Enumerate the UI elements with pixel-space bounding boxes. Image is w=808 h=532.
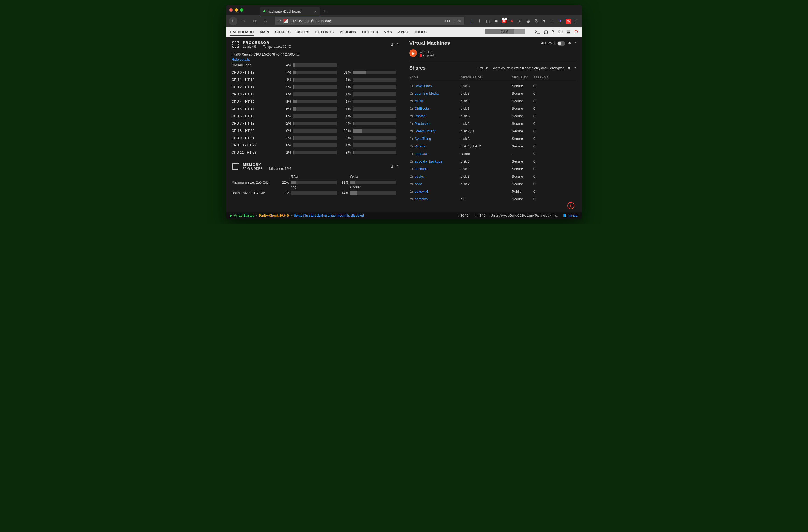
share-row: 🗀SyncThing disk 3 Secure 0 [409,135,576,142]
share-link[interactable]: books [415,175,424,179]
info-icon[interactable]: 🖵 [558,30,563,34]
share-link[interactable]: Learning Media [415,91,439,95]
nav-tools[interactable]: TOOLS [414,30,427,34]
extension-icon-8[interactable]: ✎ [566,19,571,24]
library-icon[interactable]: ⫴ [477,19,483,23]
favicon-icon [263,10,265,13]
share-link[interactable]: Music [415,99,424,103]
forward-button[interactable]: → [240,17,248,25]
close-window[interactable] [229,8,233,12]
share-link[interactable]: backups [415,167,427,171]
all-vms-label: ALL VMS [541,41,555,45]
memory-size: 32 GiB DDR3 [243,167,262,170]
extension-icon-5[interactable]: ▼ [541,19,547,23]
terminal-icon[interactable]: >_ [535,30,540,34]
reload-button[interactable]: ⟳ [250,17,259,25]
log-icon[interactable]: ≣ [567,30,570,35]
shares-proto[interactable]: SMB ▼ [477,66,488,70]
share-link[interactable]: dokuwiki [415,189,428,194]
nav-settings[interactable]: SETTINGS [315,30,334,34]
share-link[interactable]: Downloads [415,84,432,88]
share-link[interactable]: domains [415,197,428,201]
usable-size: Usable size: 31.4 GiB [232,191,280,195]
share-row: 🗀OldBooks disk 3 Secure 0 [409,105,576,112]
home-button[interactable]: ⌂ [261,17,270,25]
extension-icon-2[interactable]: ⚛ [517,19,522,24]
cpu-core-row: CPU 6 - HT 18 0% 1% [232,112,399,120]
share-link[interactable]: Photos [415,114,425,118]
memory-icon [232,163,239,170]
back-button[interactable]: ← [229,17,237,25]
share-row: 🗀appdata_backups disk 3 Secure 0 [409,158,576,165]
manual-link[interactable]: 📘 manual [563,214,578,218]
swap-status: Swap file start during array mount is di… [294,214,364,218]
parity-status: Parity-Check 19.6 % [259,214,290,218]
toolbar-icons: ↓ ⫴ ◫ ☻ ▦8 ♠ ⚛ ⊕ Ꮆ ▼ ⫼ ● ✎ ≡ [469,18,579,24]
insecure-icon[interactable] [283,19,288,23]
extension-icon-3[interactable]: ⊕ [525,19,531,24]
scroll-top-button[interactable]: ⬆ [567,202,574,209]
page-actions-icon[interactable]: ••• [445,19,451,23]
share-row: 🗀books disk 3 Secure 0 [409,172,576,180]
overall-label: Overall Load: [232,63,280,67]
share-link[interactable]: appdata [415,152,427,156]
nav-shares[interactable]: SHARES [275,30,291,34]
minimize-window[interactable] [235,8,238,12]
folder-icon: 🗀 [409,167,413,171]
overall-pct: 4% [280,63,294,67]
ublock-icon[interactable]: ▦8 [501,19,507,23]
browser-tab[interactable]: hackputer/Dashboard × [259,7,320,16]
share-link[interactable]: Production [415,122,431,126]
pocket-icon[interactable]: ⌄ [453,19,456,23]
sidebar-icon[interactable]: ◫ [485,19,491,24]
download-icon[interactable]: ↓ [469,19,475,23]
gear-icon[interactable]: ⚙ [568,66,571,70]
menu-icon[interactable]: ≡ [574,18,579,24]
folder-icon: 🗀 [409,84,413,88]
help-icon[interactable]: ? [552,30,554,34]
nav-vms[interactable]: VMS [384,30,392,34]
gear-icon[interactable]: ⚙ [390,42,393,47]
extension-icon-7[interactable]: ● [558,19,563,23]
nav-docker[interactable]: DOCKER [362,30,378,34]
share-link[interactable]: appdata_backups [415,159,442,163]
nav-apps[interactable]: APPS [398,30,408,34]
folder-icon: 🗀 [409,182,413,186]
feedback-icon[interactable]: ▢ [544,30,548,35]
gear-icon[interactable]: ⚙ [568,41,571,45]
collapse-icon[interactable]: ⌃ [396,42,399,47]
collapse-icon[interactable]: ⌃ [574,41,576,45]
vm-item[interactable]: ◉ Ubuntu stopped [409,49,576,57]
shares-title: Shares [409,65,426,71]
cpu-model: Intel® Xeon® CPU E5-2678 v3 @ 2.50GHz [232,52,399,56]
nav-plugins[interactable]: PLUGINS [340,30,356,34]
collapse-icon[interactable]: ⌃ [574,66,576,70]
share-link[interactable]: SyncThing [415,136,431,141]
share-link[interactable]: OldBooks [415,107,429,110]
bookmark-icon[interactable]: ☆ [458,19,462,23]
new-tab-button[interactable]: + [324,8,326,14]
address-bar[interactable]: 🛡 192.168.0.10/Dashboard ••• ⌄ ☆ [275,17,464,25]
share-link[interactable]: SteamLibrary [415,129,435,133]
nav-dashboard[interactable]: DASHBOARD [230,30,254,36]
share-row: 🗀Music disk 1 Secure 0 [409,97,576,105]
share-link[interactable]: Videos [415,144,425,148]
close-tab-icon[interactable]: × [314,9,316,14]
share-link[interactable]: code [415,182,422,186]
share-row: 🗀Production disk 2 Secure 0 [409,120,576,127]
cpu-load: Load: 4% [243,45,257,49]
extension-icon-4[interactable]: Ꮆ [533,19,539,23]
share-row: 🗀Downloads disk 3 Secure 0 [409,82,576,90]
collapse-icon[interactable]: ⌃ [396,165,399,169]
nav-users[interactable]: USERS [296,30,309,34]
nav-main[interactable]: MAIN [260,30,269,34]
gear-icon[interactable]: ⚙ [390,165,393,169]
shield-icon[interactable]: 🛡 [277,19,281,23]
vm-toggle[interactable] [557,41,566,45]
alert-icon[interactable]: ⦵ [574,30,579,34]
extension-icon[interactable]: ♠ [509,19,514,23]
maximize-window[interactable] [240,8,243,12]
extension-icon-6[interactable]: ⫼ [550,19,555,23]
hide-details-link[interactable]: Hide details [232,57,399,61]
account-icon[interactable]: ☻ [494,19,499,23]
